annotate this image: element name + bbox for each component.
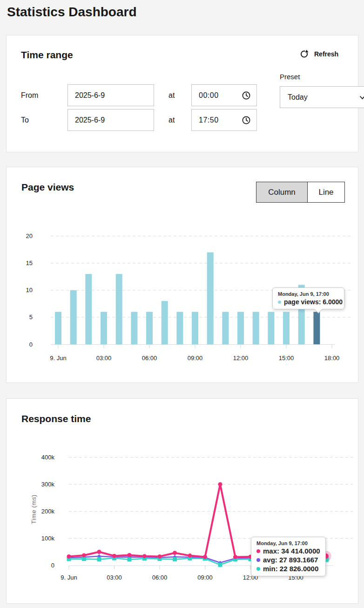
- svg-text:9. Jun: 9. Jun: [61, 574, 77, 581]
- svg-text:0: 0: [29, 341, 33, 348]
- chart-type-toggle: Column Line: [256, 182, 345, 203]
- from-at-label: at: [169, 84, 175, 106]
- to-date-input[interactable]: [67, 109, 154, 131]
- page-views-tooltip: Monday, Jun 9, 17:00 page views: 6.0000: [272, 287, 344, 309]
- response-time-heading: Response time: [21, 413, 91, 424]
- tooltip-title: Monday, Jun 9, 17:00: [278, 291, 339, 297]
- tooltip-row-avg: avg: 27 893.1667: [256, 556, 320, 564]
- avg-series-dot: [256, 558, 260, 562]
- page-views-heading: Page views: [21, 182, 74, 193]
- to-time-input[interactable]: [192, 116, 236, 124]
- from-label: From: [21, 84, 38, 106]
- preset-select[interactable]: Today: [280, 86, 364, 108]
- refresh-icon: [300, 49, 309, 58]
- svg-text:03:00: 03:00: [96, 355, 112, 362]
- tooltip-row-max: max: 34 414.0000: [256, 547, 320, 555]
- svg-text:0: 0: [51, 562, 54, 569]
- to-time-field: [191, 109, 257, 131]
- response-time-chart: 0100k200k300k400k9. Jun03:0006:0009:0012…: [7, 438, 359, 601]
- chevron-down-icon: [359, 96, 364, 100]
- min-series-dot: [256, 567, 260, 571]
- refresh-label: Refresh: [314, 50, 338, 58]
- svg-text:18:00: 18:00: [324, 355, 340, 362]
- svg-text:09:00: 09:00: [197, 574, 213, 581]
- svg-text:03:00: 03:00: [107, 574, 122, 581]
- series-dot: [278, 301, 281, 304]
- svg-text:9. Jun: 9. Jun: [50, 355, 66, 362]
- clock-icon: [242, 116, 251, 125]
- svg-text:09:00: 09:00: [188, 355, 203, 362]
- page-views-card: Page views Column Line 051015209. Jun03:…: [6, 167, 358, 383]
- tooltip-title: Monday, Jun 9, 17:00: [256, 540, 320, 546]
- svg-text:15:00: 15:00: [279, 355, 294, 362]
- max-series-dot: [256, 549, 260, 553]
- svg-text:06:00: 06:00: [152, 574, 168, 581]
- to-at-label: at: [169, 109, 175, 131]
- page-title: Statistics Dashboard: [7, 5, 137, 20]
- svg-text:400k: 400k: [41, 454, 55, 461]
- response-time-tooltip: Monday, Jun 9, 17:00 max: 34 414.0000 av…: [251, 537, 326, 576]
- from-time-input[interactable]: [192, 91, 236, 100]
- to-label: To: [21, 109, 29, 131]
- svg-text:20: 20: [26, 232, 33, 239]
- tooltip-avg-value: avg: 27 893.1667: [263, 556, 318, 564]
- preset-label: Preset: [280, 73, 300, 81]
- response-time-card: Response time Time (ms) 0100k200k300k400…: [6, 398, 358, 604]
- svg-text:300k: 300k: [41, 481, 55, 488]
- tooltip-row-min: min: 22 826.0000: [256, 565, 320, 573]
- toggle-column-button[interactable]: Column: [256, 182, 308, 202]
- time-range-heading: Time range: [21, 49, 73, 61]
- tooltip-max-value: max: 34 414.0000: [263, 547, 320, 555]
- from-time-field: [191, 84, 257, 106]
- svg-text:5: 5: [29, 314, 33, 321]
- tooltip-value: page views: 6.0000: [284, 298, 343, 306]
- svg-text:12:00: 12:00: [233, 355, 249, 362]
- preset-selected-value: Today: [288, 87, 308, 108]
- svg-text:10: 10: [26, 287, 33, 294]
- tooltip-row: page views: 6.0000: [278, 298, 339, 306]
- toggle-line-button[interactable]: Line: [308, 182, 344, 202]
- svg-text:100k: 100k: [41, 535, 55, 542]
- svg-text:15: 15: [26, 260, 33, 266]
- refresh-button[interactable]: Refresh: [298, 48, 340, 60]
- svg-text:200k: 200k: [41, 508, 55, 515]
- svg-text:06:00: 06:00: [142, 355, 157, 362]
- clock-icon: [242, 91, 251, 100]
- tooltip-min-value: min: 22 826.0000: [263, 565, 318, 573]
- time-range-card: Time range Refresh From at To at Preset …: [6, 35, 358, 152]
- from-date-input[interactable]: [67, 84, 154, 106]
